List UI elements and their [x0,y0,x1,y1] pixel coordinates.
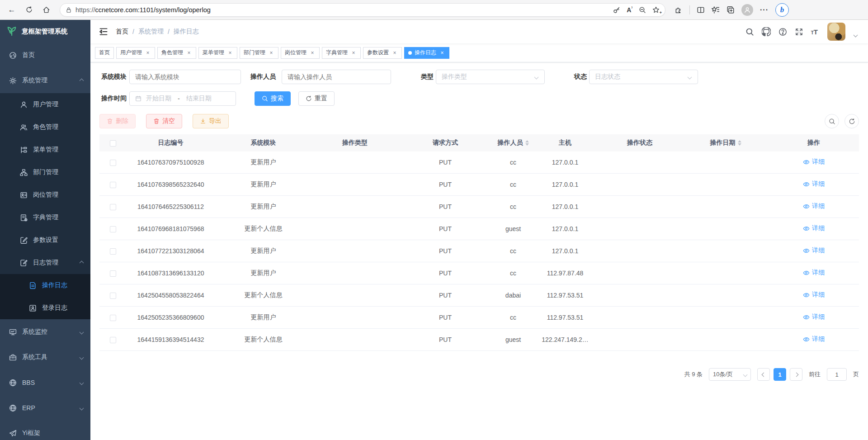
detail-link[interactable]: 详细 [803,269,825,277]
app-logo[interactable]: 意框架管理系统 [0,20,90,43]
sidebar-item-globe[interactable]: ERP [0,395,90,421]
column-header[interactable]: 操作日期 [683,139,769,147]
sidebar-item-book[interactable]: 字典管理 [0,206,90,229]
close-tab-icon[interactable]: × [186,50,192,56]
row-checkbox[interactable] [110,293,116,299]
sort-carets-icon[interactable] [525,140,529,146]
sidebar-item-monitor[interactable]: 系统监控 [0,319,90,345]
row-checkbox[interactable] [110,270,116,277]
sidebar-item-send[interactable]: Yi框架 [0,421,90,440]
breadcrumb-item[interactable]: 操作日志 [174,28,199,36]
detail-link[interactable]: 详细 [803,158,825,166]
detail-link[interactable]: 详细 [803,313,825,321]
date-range-input[interactable]: 开始日期 - 结束日期 [129,91,236,106]
text-size-icon[interactable]: TT [811,28,818,35]
operator-input[interactable] [282,70,391,84]
next-page-button[interactable] [790,368,802,381]
tag-tab[interactable]: 菜单管理 × [198,47,237,59]
browser-refresh-button[interactable] [22,3,36,17]
sidebar-item-log[interactable]: 日志管理 [0,251,90,274]
tag-tab[interactable]: 角色管理 × [157,47,196,59]
close-tab-icon[interactable]: × [145,50,151,56]
delete-button[interactable]: 删除 [99,114,136,128]
detail-link[interactable]: 详细 [803,246,825,255]
current-page-button[interactable]: 1 [774,368,786,381]
detail-link[interactable]: 详细 [803,224,825,232]
browser-more-icon[interactable]: ··· [760,6,769,14]
sidebar-item-loginlog[interactable]: 登录日志 [0,297,90,319]
tag-tab[interactable]: 用户管理 × [116,47,155,59]
close-tab-icon[interactable]: × [227,50,233,56]
sidebar-item-dashboard[interactable]: 首页 [0,43,90,68]
close-tab-icon[interactable]: × [309,50,316,56]
avatar-dropdown-icon[interactable] [854,33,858,37]
breadcrumb-item[interactable]: 首页 [116,28,128,36]
password-key-icon[interactable] [613,6,620,14]
address-bar[interactable]: https://ccnetcore.com:1101/system/log/op… [60,3,665,17]
sidebar-item-users[interactable]: 角色管理 [0,116,90,138]
help-icon[interactable] [778,28,787,36]
browser-back-button[interactable]: ← [5,3,19,17]
tag-tab[interactable]: 岗位管理 × [281,47,320,59]
row-checkbox[interactable] [110,182,116,188]
sidebar-item-gear[interactable]: 系统管理 [0,68,90,93]
sort-carets-icon[interactable] [738,140,741,146]
row-checkbox[interactable] [110,248,116,255]
header-search-icon[interactable] [745,28,754,36]
sidebar-item-menutree[interactable]: 菜单管理 [0,138,90,161]
tag-tab[interactable]: 部门管理 × [240,47,278,59]
tag-tab[interactable]: 首页 [95,47,114,59]
type-select[interactable]: 操作类型 [436,70,545,84]
sidebar-item-edit[interactable]: 参数设置 [0,229,90,251]
add-favorite-icon[interactable]: + [652,6,660,14]
sidebar-item-toolbox[interactable]: 系统工具 [0,345,90,370]
sidebar-item-user[interactable]: 用户管理 [0,93,90,116]
module-input[interactable] [129,70,241,84]
tag-tab[interactable]: 操作日志 × [404,47,449,59]
zoom-out-icon[interactable] [639,6,646,14]
breadcrumb-item[interactable]: 系统管理 [138,28,164,36]
sidebar-item-badge[interactable]: 岗位管理 [0,184,90,206]
row-checkbox[interactable] [110,315,116,321]
browser-profile-icon[interactable] [741,4,753,16]
detail-link[interactable]: 详细 [803,202,825,210]
close-tab-icon[interactable]: × [439,50,445,56]
close-tab-icon[interactable]: × [392,50,398,56]
row-checkbox[interactable] [110,337,116,343]
search-button[interactable]: 搜索 [255,91,291,106]
clear-button[interactable]: 清空 [146,114,182,128]
export-button[interactable]: 导出 [193,114,229,128]
detail-link[interactable]: 详细 [803,180,825,188]
row-checkbox[interactable] [110,204,116,210]
sidebar-item-globe[interactable]: BBS [0,370,90,395]
tag-tab[interactable]: 字典管理 × [322,47,361,59]
fullscreen-icon[interactable] [795,28,803,36]
detail-link[interactable]: 详细 [803,335,825,343]
sidebar-item-doc[interactable]: 操作日志 [0,274,90,297]
url-text[interactable]: https://ccnetcore.com:1101/system/log/op… [75,6,609,14]
reset-button[interactable]: 重置 [298,91,335,106]
split-screen-icon[interactable] [697,6,705,14]
tag-tab[interactable]: 参数设置 × [363,47,402,59]
goto-page-input[interactable] [827,368,847,381]
close-tab-icon[interactable]: × [350,50,357,56]
sidebar-item-orgtree[interactable]: 部门管理 [0,161,90,184]
github-icon[interactable] [762,27,771,36]
row-checkbox[interactable] [110,226,116,232]
column-header[interactable]: 操作人员 [493,139,533,147]
select-all-checkbox[interactable] [110,140,116,147]
collections-icon[interactable] [726,6,735,14]
browser-home-button[interactable] [39,3,53,17]
prev-page-button[interactable] [757,368,770,381]
bing-chat-icon[interactable]: b [775,3,789,17]
close-tab-icon[interactable]: × [268,50,274,56]
read-aloud-icon[interactable]: A⁾ [627,6,632,14]
extensions-icon[interactable] [675,6,683,14]
user-avatar[interactable] [827,23,845,41]
sidebar-toggle-icon[interactable] [99,27,108,37]
favorites-icon[interactable] [712,6,720,14]
row-checkbox[interactable] [110,160,116,166]
table-search-button[interactable] [825,114,839,128]
detail-link[interactable]: 详细 [803,291,825,299]
table-refresh-button[interactable] [844,114,859,128]
